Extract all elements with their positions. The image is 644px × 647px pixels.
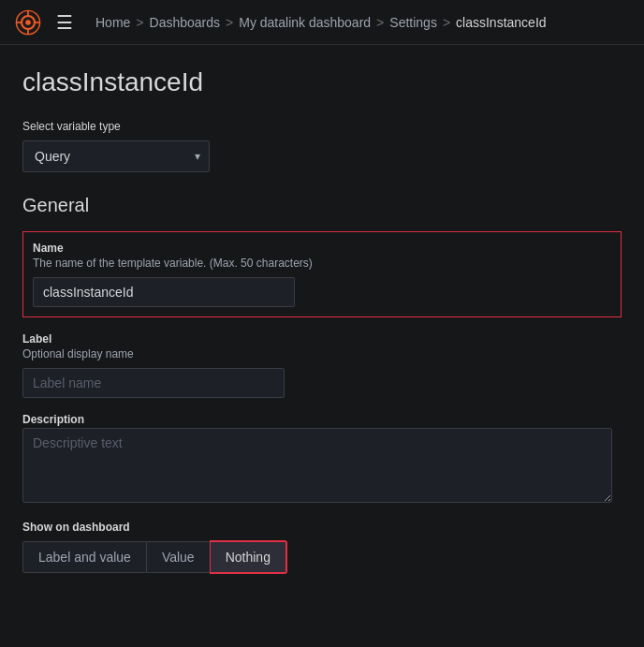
show-on-dashboard-label: Show on dashboard [22, 521, 622, 534]
variable-type-label: Select variable type [22, 120, 622, 133]
variable-type-select[interactable]: QueryCustomText boxConstantData sourceIn… [22, 140, 210, 172]
breadcrumb-home[interactable]: Home [95, 15, 130, 30]
breadcrumb-dashboards[interactable]: Dashboards [150, 15, 221, 30]
general-section-title: General [22, 195, 622, 216]
label-field-group: Label Optional display name [22, 332, 622, 398]
name-field-group: Name The name of the template variable. … [22, 231, 622, 317]
description-field-group: Description [22, 413, 622, 506]
variable-type-group: Select variable type QueryCustomText box… [22, 120, 622, 172]
breadcrumb: Home > Dashboards > My datalink dashboar… [95, 15, 547, 30]
breadcrumb-settings[interactable]: Settings [389, 15, 437, 30]
breadcrumb-sep-2: > [226, 15, 233, 30]
page-title: classInstanceId [22, 67, 622, 97]
show-on-dashboard-toggle: Label and value Value Nothing [22, 541, 622, 573]
breadcrumb-sep-3: > [376, 15, 384, 30]
name-label: Name [33, 242, 611, 255]
main-content: classInstanceId Select variable type Que… [0, 45, 644, 610]
description-label: Description [22, 413, 622, 426]
topbar: ☰ Home > Dashboards > My datalink dashbo… [0, 0, 644, 45]
description-textarea[interactable] [22, 428, 612, 503]
show-label-and-value-btn[interactable]: Label and value [22, 541, 147, 573]
breadcrumb-my-dashboard[interactable]: My datalink dashboard [239, 15, 371, 30]
grafana-logo [15, 9, 41, 36]
label-label: Label [22, 332, 622, 346]
label-input[interactable] [22, 368, 285, 398]
show-value-btn[interactable]: Value [147, 541, 211, 573]
breadcrumb-sep-1: > [136, 15, 143, 30]
label-hint: Optional display name [22, 347, 622, 360]
menu-icon[interactable]: ☰ [56, 11, 73, 34]
variable-type-select-wrapper: QueryCustomText boxConstantData sourceIn… [22, 140, 210, 172]
breadcrumb-sep-4: > [443, 15, 450, 30]
svg-point-2 [25, 20, 31, 25]
show-nothing-btn[interactable]: Nothing [211, 541, 286, 573]
name-input[interactable] [33, 277, 295, 307]
name-hint: The name of the template variable. (Max.… [33, 257, 611, 270]
show-on-dashboard-group: Show on dashboard Label and value Value … [22, 521, 622, 573]
breadcrumb-classinstanceid: classInstanceId [456, 15, 547, 30]
